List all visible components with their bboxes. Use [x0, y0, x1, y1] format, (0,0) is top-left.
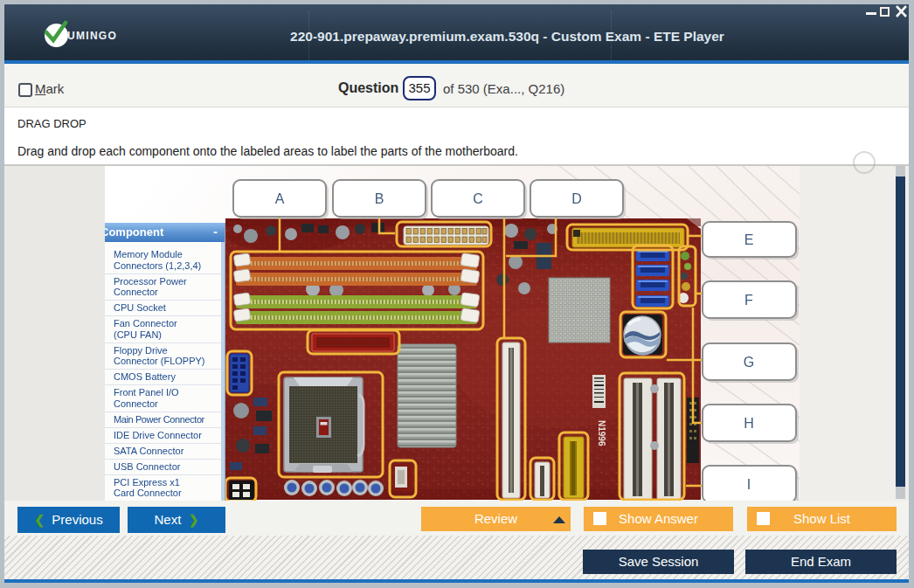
svg-text:B: B: [375, 191, 384, 206]
svg-text:G: G: [744, 355, 754, 370]
svg-text:A: A: [275, 191, 285, 206]
svg-text:N1996: N1996: [597, 420, 606, 446]
svg-text:F: F: [744, 293, 753, 308]
svg-text:C: C: [473, 191, 483, 206]
svg-text:D: D: [571, 191, 582, 206]
svg-text:H: H: [744, 416, 754, 431]
svg-text:I: I: [747, 477, 751, 492]
svg-text:E: E: [744, 232, 754, 247]
